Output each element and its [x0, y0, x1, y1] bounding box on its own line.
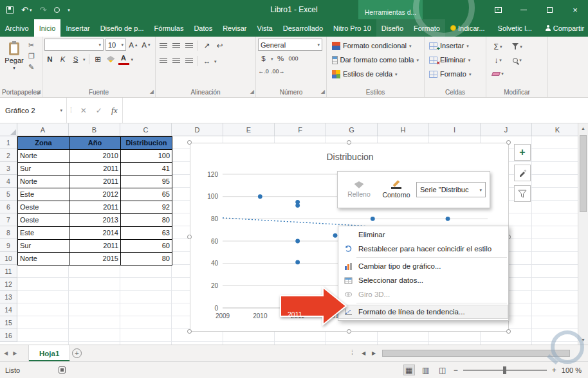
- autosum-button[interactable]: Σ▾: [488, 40, 508, 53]
- chevron-down-icon[interactable]: ▾: [214, 59, 217, 64]
- cell[interactable]: Año: [69, 137, 121, 150]
- row-header[interactable]: 16: [0, 329, 17, 342]
- align-middle-icon[interactable]: [170, 40, 181, 51]
- cancel-formula-icon[interactable]: ✕: [76, 106, 91, 115]
- tab-diseno-grafico[interactable]: Diseño: [376, 19, 409, 37]
- cell[interactable]: 2011: [69, 201, 121, 214]
- page-layout-view-icon[interactable]: ▥: [420, 364, 432, 375]
- percent-format-icon[interactable]: %: [275, 53, 286, 64]
- splitter-dots-icon[interactable]: ⁞: [351, 348, 353, 356]
- cell[interactable]: 100: [121, 150, 172, 163]
- increase-font-icon[interactable]: A▲: [128, 39, 139, 51]
- row-header[interactable]: 1: [0, 136, 17, 149]
- chart-selection-handle[interactable]: [506, 140, 511, 145]
- cell[interactable]: 41: [121, 163, 172, 176]
- cell[interactable]: 80: [121, 214, 172, 227]
- zoom-out-icon[interactable]: −: [454, 366, 458, 375]
- menu-item-seleccionar-datos[interactable]: Seleccionar datos...: [338, 273, 508, 287]
- chart-selection-handle[interactable]: [187, 140, 192, 145]
- chevron-down-icon[interactable]: ▾: [131, 57, 134, 62]
- merge-center-icon[interactable]: ↔: [201, 55, 212, 67]
- currency-format-icon[interactable]: $: [258, 53, 269, 64]
- column-header[interactable]: F: [275, 123, 326, 136]
- cell[interactable]: Sur: [18, 163, 69, 176]
- chart-elements-button[interactable]: +: [514, 144, 531, 161]
- tab-datos[interactable]: Datos: [188, 19, 217, 37]
- cell[interactable]: Sur: [18, 240, 69, 253]
- hscroll-left-icon[interactable]: ◀: [362, 350, 365, 356]
- cell[interactable]: 92: [121, 201, 172, 214]
- underline-button[interactable]: S: [70, 53, 81, 65]
- format-as-table-button[interactable]: Dar formato como tabla▾: [329, 53, 422, 67]
- vertical-scrollbar-thumb[interactable]: [580, 135, 587, 212]
- zoom-slider-thumb[interactable]: [503, 366, 506, 374]
- italic-button[interactable]: K: [57, 53, 68, 65]
- tab-inicio[interactable]: Inicio: [34, 19, 61, 37]
- macro-record-icon[interactable]: [59, 366, 66, 374]
- menu-item-eliminar[interactable]: Eliminar: [338, 228, 508, 242]
- cell[interactable]: 63: [121, 227, 172, 240]
- paste-button[interactable]: Pegar ▾: [2, 40, 26, 70]
- cell[interactable]: 2011: [69, 176, 121, 188]
- cell[interactable]: 2011: [69, 240, 121, 253]
- tab-insertar[interactable]: Insertar: [60, 19, 95, 37]
- chart-selection-handle[interactable]: [347, 140, 351, 145]
- name-box[interactable]: Gráfico 2▾: [0, 98, 67, 123]
- delete-cells-button[interactable]: Eliminar▾: [427, 53, 484, 67]
- menu-item-formato-tendencia[interactable]: Formato de línea de tendencia...: [338, 305, 508, 319]
- tab-nitro-pro[interactable]: Nitro Pro 10: [328, 19, 376, 37]
- column-header[interactable]: H: [378, 123, 429, 136]
- dialog-launcher-icon[interactable]: ◢: [150, 89, 154, 94]
- bold-button[interactable]: N: [44, 53, 55, 65]
- cell[interactable]: Este: [18, 227, 69, 240]
- dialog-launcher-icon[interactable]: ◢: [250, 89, 254, 94]
- menu-item-cambiar-tipo[interactable]: Cambiar tipo de gráfico...: [338, 259, 508, 273]
- account-name[interactable]: Solvetic l...: [493, 24, 537, 32]
- sort-filter-icon[interactable]: ▾: [508, 40, 527, 53]
- column-header[interactable]: C: [120, 123, 172, 136]
- row-header[interactable]: 8: [0, 226, 17, 239]
- cell[interactable]: 2010: [69, 150, 121, 163]
- column-header[interactable]: E: [223, 123, 275, 136]
- cell[interactable]: 65: [121, 188, 172, 201]
- format-cells-button[interactable]: Formato▾: [427, 67, 484, 81]
- chart-element-selector[interactable]: Serie "Distribuc ▾: [416, 182, 486, 197]
- row-header[interactable]: 10: [0, 252, 17, 265]
- zoom-level[interactable]: 100 %: [562, 366, 582, 374]
- tab-desarrollador[interactable]: Desarrollado: [278, 19, 328, 37]
- row-header[interactable]: 15: [0, 316, 17, 329]
- cut-icon[interactable]: ✂: [28, 41, 35, 50]
- cell[interactable]: 2013: [69, 214, 121, 227]
- vertical-scrollbar[interactable]: ▲ ▼: [578, 123, 588, 345]
- page-break-view-icon[interactable]: ◫: [437, 364, 448, 375]
- cell[interactable]: 2011: [69, 163, 121, 176]
- column-header[interactable]: B: [69, 123, 120, 136]
- cell-styles-button[interactable]: Estilos de celda▾: [329, 67, 422, 81]
- fill-icon[interactable]: ↓▾: [488, 53, 508, 67]
- chevron-down-icon[interactable]: ▾: [271, 57, 273, 61]
- confirm-formula-icon[interactable]: ✓: [91, 106, 107, 115]
- orientation-icon[interactable]: ↗: [201, 40, 212, 51]
- chart-styles-button[interactable]: [514, 165, 531, 181]
- tab-formulas[interactable]: Fórmulas: [149, 19, 189, 37]
- chart-selection-handle[interactable]: [506, 329, 511, 334]
- cell[interactable]: 95: [121, 176, 172, 188]
- dialog-launcher-icon[interactable]: ◢: [37, 89, 41, 94]
- outline-button[interactable]: Contorno: [379, 175, 414, 204]
- increase-decimal-icon[interactable]: ←.0: [258, 66, 269, 77]
- insert-cells-button[interactable]: Insertar▾: [427, 39, 484, 53]
- ribbon-display-options-icon[interactable]: ˄: [485, 0, 511, 19]
- align-center-icon[interactable]: [170, 55, 181, 67]
- wrap-text-icon[interactable]: ↩: [214, 40, 225, 51]
- cell[interactable]: Norte: [18, 253, 69, 266]
- row-header[interactable]: 12: [0, 278, 17, 291]
- chart-filters-button[interactable]: [514, 185, 531, 202]
- restore-icon[interactable]: [537, 0, 562, 19]
- clear-icon[interactable]: ▾: [488, 67, 508, 80]
- font-name-select[interactable]: ▾: [44, 39, 104, 51]
- formula-input[interactable]: [122, 98, 588, 123]
- new-sheet-button[interactable]: +: [72, 348, 82, 358]
- font-color-icon[interactable]: A: [118, 53, 129, 65]
- cell[interactable]: Este: [18, 188, 69, 201]
- column-header[interactable]: K: [532, 123, 578, 136]
